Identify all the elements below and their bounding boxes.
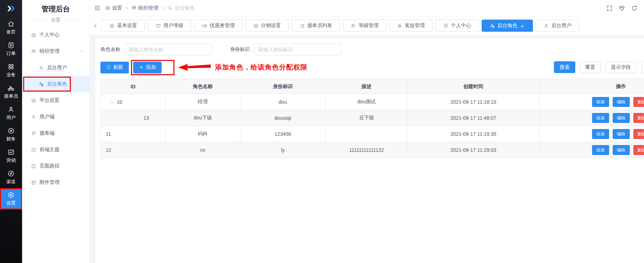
tab-reward-punishment[interactable]: 奖惩管理 <box>389 20 433 32</box>
row-add-button[interactable]: 添加 <box>592 145 609 155</box>
tab-admin-roles[interactable]: 后台角色× <box>482 20 533 32</box>
breadcrumb-label: 组织管理 <box>138 5 158 11</box>
cell-identity: ly <box>240 142 326 158</box>
cell-description: 豆下级 <box>326 110 408 126</box>
annotation-text: 添加角色，给该角色分配权限 <box>215 63 308 72</box>
menu-label: 后台用户 <box>47 65 67 71</box>
breadcrumb-item-organization[interactable]: 组织管理 <box>131 5 158 11</box>
sidebar-item-organization[interactable]: 组织管理 <box>22 43 89 60</box>
rail-item-finance[interactable]: 财务 <box>0 124 22 145</box>
headset-person-icon <box>31 131 36 136</box>
cell-role-name: dou下级 <box>166 110 240 126</box>
refresh-icon[interactable] <box>631 5 638 11</box>
refresh-button[interactable]: 刷新 <box>100 62 129 73</box>
person-icon <box>544 23 549 29</box>
search-actions: 搜索 重置 显示字段 <box>554 61 637 73</box>
annotation-arrow <box>178 63 211 72</box>
add-button-wrap: 添加 <box>133 62 162 73</box>
cell-id: 13 <box>143 115 149 121</box>
table-row: 10 经理 dou dou测试 2021-09-17 11:18:15 添加编辑… <box>101 94 644 110</box>
roles-card: 角色名称 身份标识 刷新 添加 添加角色，给该角色分配权限 <box>95 38 644 263</box>
row-add-button[interactable]: 添加 <box>592 113 609 123</box>
sidebar-item-attachments[interactable]: 附件管理 <box>22 174 89 191</box>
rail-item-users[interactable]: 用户 <box>0 103 22 124</box>
rail-item-orders[interactable]: 订单 <box>0 38 22 60</box>
reset-button[interactable]: 重置 <box>580 61 601 73</box>
row-delete-button[interactable]: 删除 <box>633 129 644 139</box>
row-delete-button[interactable]: 删除 <box>633 97 644 107</box>
app-title: 管理后台 <box>22 0 89 17</box>
cell-id: 12 <box>106 147 111 153</box>
sidebar-item-admin-roles[interactable]: 后台角色 <box>22 76 89 92</box>
page-content: 角色名称 身份标识 刷新 添加 添加角色，给该角色分配权限 <box>90 35 644 263</box>
tab-profile[interactable]: 个人中心 <box>435 20 479 32</box>
row-expand-icon[interactable] <box>110 100 115 104</box>
sidebar-item-page-path[interactable]: 页面路径 <box>22 158 89 174</box>
row-delete-button[interactable]: 删除 <box>633 145 644 155</box>
home-icon <box>7 20 15 27</box>
rail-item-label: 用户 <box>6 114 16 121</box>
breadcrumb-item-settings[interactable]: 设置 <box>105 5 122 11</box>
rail-item-home[interactable]: 首页 <box>0 17 22 38</box>
sidebar-item-user-client[interactable]: 用户端 <box>22 109 89 125</box>
identity-input[interactable] <box>254 43 342 55</box>
tab-courier-list[interactable]: 接单员列表 <box>292 20 340 32</box>
row-edit-button[interactable]: 编辑 <box>613 145 630 155</box>
tab-basic-settings[interactable]: 基本设置 <box>101 20 145 32</box>
show-fields-button[interactable]: 显示字段 <box>605 61 637 73</box>
row-add-button[interactable]: 添加 <box>592 97 609 107</box>
menu-label: 页面路径 <box>40 163 59 169</box>
rail-item-marketing[interactable]: 营销 <box>0 145 22 167</box>
tab-label: 分销设置 <box>261 22 281 29</box>
menu-label: 附件管理 <box>40 179 59 186</box>
role-name-input[interactable] <box>125 43 212 55</box>
tab-level-management[interactable]: 等级管理 <box>343 20 386 32</box>
row-delete-button[interactable]: 删除 <box>633 113 644 123</box>
rail-item-settings[interactable]: 设置 <box>0 188 22 210</box>
sidebar-item-admin-users[interactable]: 后台用户 <box>22 60 89 76</box>
refresh-icon <box>106 65 111 70</box>
rail-item-business[interactable]: 业务 <box>0 60 22 81</box>
add-role-button[interactable]: 添加 <box>133 62 162 73</box>
tab-admin-users[interactable]: 后台用户 <box>536 20 579 32</box>
rail-item-channels[interactable]: 渠道 <box>0 167 22 188</box>
rail-item-couriers[interactable]: 接单员 <box>0 81 22 103</box>
tab-close-icon[interactable]: × <box>521 24 525 28</box>
clipped-edge-button[interactable] <box>642 61 644 73</box>
row-add-button[interactable]: 添加 <box>592 129 609 139</box>
sidebar-group-text: 设置 <box>51 17 61 23</box>
app-logo <box>0 0 22 17</box>
tab-user-levels[interactable]: 用户等级 <box>148 20 191 32</box>
chevron-up-icon[interactable] <box>80 49 84 53</box>
tab-distribution-settings[interactable]: 分销设置 <box>245 20 289 32</box>
primary-sidebar: 首页 订单 业务 接单员 用户 财务 营销 渠道 设置 <box>0 0 22 263</box>
pin-person-icon <box>443 23 449 29</box>
person-icon <box>7 106 15 113</box>
table-header: ID 角色名称 身份标识 描述 创建时间 操作 <box>101 79 644 94</box>
cell-description: dou测试 <box>326 94 408 110</box>
table-row: 12 nn ly 11111111111122 2021-09-17 11:29… <box>101 142 644 158</box>
tab-label: 基本设置 <box>117 22 137 29</box>
sidebar-item-platform-settings[interactable]: 平台设置 <box>22 92 89 109</box>
sidebar-item-frontend-theme[interactable]: 前端主题 <box>22 141 89 158</box>
cell-created-at: 2021-09-17 11:48:07 <box>408 110 539 126</box>
cell-role-name: 经理 <box>166 94 240 110</box>
cell-role-name: 码科 <box>166 126 240 142</box>
tags-icon[interactable] <box>619 5 625 11</box>
cell-created-at: 2021-09-17 11:19:35 <box>408 126 539 142</box>
row-edit-button[interactable]: 编辑 <box>613 129 630 139</box>
collapse-sidebar-icon[interactable] <box>94 5 101 11</box>
menu-label: 组织管理 <box>40 48 59 55</box>
fullscreen-icon[interactable] <box>606 5 613 11</box>
row-edit-button[interactable]: 编辑 <box>613 113 630 123</box>
rail-item-label: 渠道 <box>6 179 16 185</box>
sidebar-item-profile[interactable]: 个人中心 <box>22 27 89 43</box>
row-edit-button[interactable]: 编辑 <box>613 97 630 107</box>
breadcrumb: 设置 > 组织管理 > 后台角色 <box>105 5 194 11</box>
gear-circle-icon <box>105 5 110 11</box>
tab-label: 优惠券管理 <box>210 22 235 29</box>
sidebar-item-worker-client[interactable]: 接单端 <box>22 125 89 141</box>
search-button[interactable]: 搜索 <box>554 61 575 73</box>
tab-coupon-management[interactable]: 优惠券管理 <box>194 20 242 32</box>
tabs-scroll-left-icon[interactable] <box>93 23 99 29</box>
